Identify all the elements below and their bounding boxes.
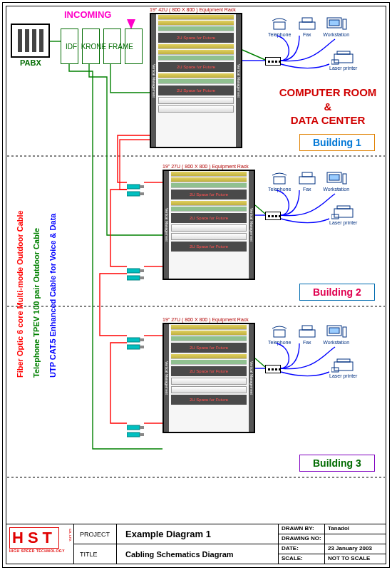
devices-b2: Telephone Fax Workstation [268,171,352,192]
svg-rect-5 [343,19,346,29]
rack2-vert-l: Vertical Management [164,171,169,279]
patch-panel-b2 [265,212,281,220]
incoming-arrow-icon [127,19,135,29]
logo-sub: HIGH SPEED TECHNOLOGY [9,549,71,553]
fiber-connector-icon [127,271,144,276]
idf-label: IDF; KRONE FRAME [66,43,133,51]
telephone-icon: Telephone [268,16,291,37]
incoming-label: INCOMING [64,9,111,20]
svg-rect-7 [337,51,350,54]
project-value: Example Diagram 1 [117,529,220,539]
rack3-caption: 19" 27U ( 800 X 800 ) Equipment Rack [163,317,249,322]
patch-panel-b3 [265,365,281,373]
rack-3: Vertical Management Vertical Management … [163,323,255,433]
svg-rect-34 [140,276,144,279]
building-2-label: Building 2 [299,284,375,301]
room-title: COMPUTER ROOM & DATA CENTER [274,86,381,128]
title-value: Cabling Schematics Diagram [117,550,242,559]
rack3-future-3: 2U Space for Future [171,395,247,405]
rack3-vert-r: Vertical Management [249,324,254,432]
svg-rect-18 [274,330,285,337]
rack2-vert-r: Vertical Management [249,171,254,279]
rack2-future-2: 2U Space for Future [171,213,247,223]
legend-utp: UTP CAT.5 Enhanced Cable for Voice & Dat… [48,214,57,378]
svg-rect-8 [331,60,339,64]
svg-rect-22 [329,328,339,333]
telephone-icon: Telephone [268,324,291,345]
date-label: DATE: [279,544,325,554]
svg-rect-6 [334,54,353,63]
scale-label: SCALE: [279,554,325,564]
building-3-label: Building 3 [299,455,375,472]
fiber-connector-icon [127,180,144,185]
rack1-future-2: 2U Space for Future [158,62,234,72]
logo-side: CO., LTD. [68,529,72,542]
fiber-connector-icon [127,428,144,433]
svg-rect-2 [302,18,312,22]
titleblock-right: DRAWN BY:Tanadol DRAWING NO: DATE:23 Jan… [279,524,386,564]
svg-rect-37 [127,345,140,349]
date-value: 23 January 2003 [325,544,386,554]
drawn-by-label: DRAWN BY: [279,524,325,534]
svg-rect-26 [331,368,339,372]
rack3-vert-l: Vertical Management [164,324,169,432]
devices-b1: Telephone Fax Workstation [268,16,352,37]
fax-icon: Fax [297,324,317,345]
rack-2: Vertical Management Vertical Management … [163,170,255,280]
printer-icon: Laser printer [329,50,357,71]
workstation-icon: Workstation [323,171,349,192]
title-block: HST CO., LTD. HIGH SPEED TECHNOLOGY PROJ… [6,524,386,564]
workstation-icon: Workstation [323,324,349,345]
svg-rect-38 [140,346,144,348]
rack1-future-3: 2U Space for Future [158,86,234,95]
rack2-future-1: 2U Space for Future [171,190,247,200]
title-label: TITLE [74,544,117,564]
svg-rect-1 [299,22,315,29]
fiber-connector-icon [127,340,144,346]
svg-rect-15 [334,209,353,217]
legend-fiber: Fiber Optic 6 core Multi-mode Outdoor Ca… [16,210,24,378]
svg-rect-23 [343,327,346,337]
project-label: PROJECT [74,524,117,544]
rack2-caption: 19" 27U ( 800 X 800 ) Equipment Rack [163,164,249,169]
pabx-box [11,24,50,58]
svg-rect-42 [140,433,144,436]
devices-b3: Telephone Fax Workstation [268,324,352,345]
svg-rect-11 [302,172,312,177]
room-title-amp: & [324,100,332,113]
svg-rect-0 [274,22,285,29]
drawn-by: Tanadol [325,524,386,534]
telephone-icon: Telephone [268,171,291,192]
printer-b1: Laser printer [329,50,360,71]
rack3-future-2: 2U Space for Future [171,366,247,376]
patch-panel-b1 [265,57,281,66]
rack1-future-1: 2U Space for Future [158,33,234,43]
rack2-future-3: 2U Space for Future [171,242,247,252]
fiber-connector-icon [127,420,144,426]
building-1-label: Building 1 [299,134,375,151]
rack1-vert-l: Vertical Management [151,14,156,147]
fiber-connector-icon [127,187,144,192]
workstation-icon: Workstation [323,16,349,37]
svg-rect-41 [127,432,140,437]
drawing-no-label: DRAWING NO: [279,534,325,544]
svg-rect-17 [331,214,339,219]
svg-rect-9 [274,177,285,184]
fiber-connector-icon [127,264,144,269]
logo-text: HST [9,527,59,549]
printer-icon: Laser printer [329,358,357,378]
svg-rect-33 [127,276,140,280]
titleblock-mid: PROJECT Example Diagram 1 TITLE Cabling … [74,524,279,564]
svg-rect-25 [337,359,350,362]
svg-rect-16 [337,206,350,209]
scale-value: NOT TO SCALE [325,554,386,564]
svg-rect-24 [334,362,353,370]
svg-rect-13 [329,175,339,180]
svg-rect-19 [299,330,315,337]
printer-icon: Laser printer [329,204,357,225]
rack3-future-1: 2U Space for Future [171,343,247,353]
svg-rect-30 [140,192,144,195]
svg-rect-14 [343,174,346,184]
fiber-connector-icon [127,333,144,338]
pabx-label: PABX [20,58,41,67]
